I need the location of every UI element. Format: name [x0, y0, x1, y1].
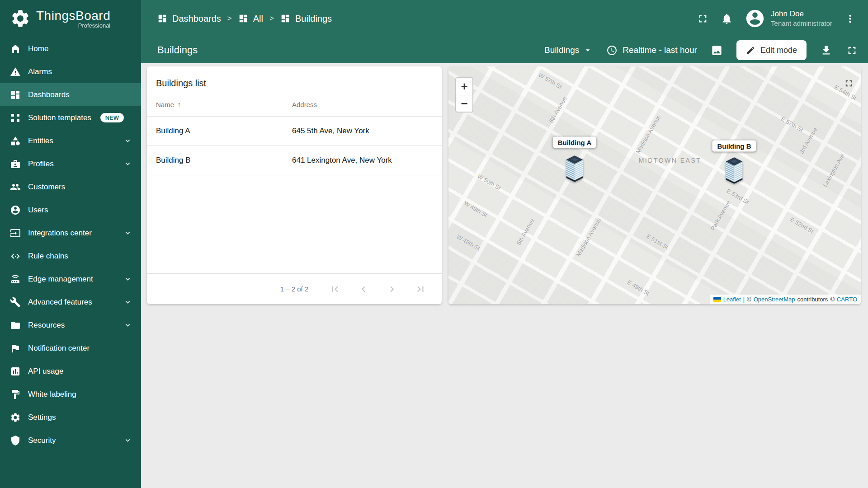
- settings-icon: [10, 412, 21, 423]
- sidebar-item-rule-chains[interactable]: Rule chains: [0, 244, 141, 267]
- white-labeling-icon: [10, 389, 21, 400]
- app-edition: Professional: [78, 22, 111, 29]
- map-attribution: Leaflet | © OpenStreetMap contributors ©…: [710, 295, 861, 304]
- building-marker-icon[interactable]: [724, 157, 744, 184]
- app-logo[interactable]: ThingsBoard Professional: [0, 0, 141, 37]
- sidebar-item-solution-templates[interactable]: Solution templatesNEW: [0, 106, 141, 129]
- security-icon: [10, 435, 21, 446]
- last-page-button[interactable]: [415, 283, 426, 295]
- next-page-button[interactable]: [386, 283, 398, 295]
- solution-templates-icon: [10, 113, 21, 123]
- image-gallery-button[interactable]: [711, 44, 723, 56]
- district-label: MIDTOWN EAST: [639, 157, 702, 164]
- customers-icon: [10, 182, 21, 192]
- user-menu[interactable]: John Doe Tenant administrator: [745, 8, 832, 29]
- more-menu-button[interactable]: [844, 13, 856, 25]
- street-label: 6th Avenue: [547, 95, 568, 124]
- sidebar-item-advanced-features[interactable]: Advanced features: [0, 291, 141, 314]
- sidebar-item-label: White labeling: [28, 390, 76, 399]
- dashboards-icon: [280, 14, 290, 23]
- chevron-down-icon: [123, 160, 132, 168]
- street-label: Madison Avenue: [575, 217, 603, 258]
- sidebar-item-security[interactable]: Security: [0, 429, 141, 452]
- dashboard-fullscreen-button[interactable]: [846, 44, 858, 56]
- pagination-nav: [329, 283, 426, 295]
- sidebar-item-customers[interactable]: Customers: [0, 175, 141, 198]
- street-label: W 48th St: [456, 233, 481, 252]
- breadcrumb-label: Dashboards: [172, 14, 221, 24]
- sidebar-item-alarms[interactable]: Alarms: [0, 60, 141, 83]
- breadcrumb-separator: >: [269, 14, 274, 23]
- integrations-icon: [10, 228, 21, 239]
- sidebar-item-settings[interactable]: Settings: [0, 406, 141, 429]
- leaflet-link[interactable]: Leaflet: [723, 296, 741, 303]
- edit-mode-label: Edit mode: [760, 46, 797, 55]
- marker-label-building-b[interactable]: Building B: [712, 141, 756, 152]
- sidebar-item-dashboards[interactable]: Dashboards: [0, 83, 141, 106]
- app-name: ThingsBoard: [36, 9, 110, 23]
- sidebar-item-entities[interactable]: Entities: [0, 129, 141, 152]
- sidebar-item-profiles[interactable]: Profiles: [0, 152, 141, 175]
- sidebar-item-label: Edge management: [28, 275, 93, 284]
- chevron-down-icon: [123, 136, 132, 145]
- map-canvas[interactable]: W 57th St6th AvenueE 54th StE 57th St3rd…: [448, 66, 861, 304]
- sidebar-item-white-labeling[interactable]: White labeling: [0, 383, 141, 406]
- edit-mode-button[interactable]: Edit mode: [736, 40, 807, 60]
- street-label: 5th Avenue: [515, 217, 535, 246]
- cell-name: Building B: [156, 156, 292, 165]
- fullscreen-button[interactable]: [697, 13, 709, 25]
- chevron-down-icon: [123, 298, 132, 306]
- openstreetmap-link[interactable]: OpenStreetMap: [754, 296, 795, 303]
- sidebar-item-users[interactable]: Users: [0, 198, 141, 221]
- column-header-address[interactable]: Address: [292, 101, 433, 108]
- street-label: E 49th St: [626, 279, 651, 297]
- sidebar-item-home[interactable]: Home: [0, 37, 141, 60]
- sidebar-item-label: Alarms: [28, 67, 52, 76]
- advanced-features-icon: [10, 297, 21, 308]
- entities-icon: [10, 136, 21, 146]
- breadcrumb-item-buildings[interactable]: Buildings: [280, 14, 332, 24]
- zoom-out-button[interactable]: −: [456, 95, 472, 112]
- previous-page-button[interactable]: [358, 283, 369, 295]
- sidebar-item-label: Users: [28, 206, 48, 215]
- first-page-button[interactable]: [329, 283, 341, 295]
- thingsboard-gear-logo-icon: [10, 8, 31, 29]
- app-root: ThingsBoard Professional HomeAlarmsDashb…: [0, 0, 868, 488]
- api-usage-icon: [10, 366, 21, 377]
- column-header-name[interactable]: Name ↑: [156, 101, 292, 109]
- main-column: Dashboards>All>Buildings John Doe Tenant…: [141, 0, 868, 488]
- zoom-in-button[interactable]: +: [456, 78, 472, 95]
- export-download-button[interactable]: [820, 44, 832, 56]
- sidebar-item-edge-management[interactable]: Edge management: [0, 267, 141, 291]
- street-label: W 49th St: [463, 200, 489, 219]
- sidebar-item-label: Profiles: [28, 160, 54, 169]
- timewindow-button[interactable]: Realtime - last hour: [606, 45, 697, 56]
- notification-icon: [10, 343, 21, 354]
- toolbar-actions: Buildings Realtime - last hour Edit mode: [544, 40, 858, 60]
- sidebar-item-notification-center[interactable]: Notification center: [0, 337, 141, 360]
- marker-label-building-a[interactable]: Building A: [553, 137, 596, 148]
- table-row-building-b[interactable]: Building B641 Lexington Ave, New York: [147, 146, 442, 175]
- sidebar-item-label: Customers: [28, 183, 65, 192]
- rule-chains-icon: [10, 251, 21, 262]
- sidebar-item-integrations-center[interactable]: Integrations center: [0, 221, 141, 244]
- table-row-building-a[interactable]: Building A645 5th Ave, New York: [147, 117, 442, 146]
- chevron-down-icon: [123, 275, 132, 283]
- street-label: E 51st St: [645, 233, 669, 250]
- breadcrumb-separator: >: [227, 14, 232, 23]
- map-fullscreen-button[interactable]: [844, 78, 854, 89]
- notifications-bell-button[interactable]: [721, 13, 733, 25]
- cell-address: 641 Lexington Ave, New York: [292, 156, 433, 165]
- carto-link[interactable]: CARTO: [837, 296, 857, 303]
- breadcrumb-item-dashboards[interactable]: Dashboards: [157, 14, 221, 24]
- sidebar-item-label: Home: [28, 44, 48, 53]
- sidebar-item-resources[interactable]: Resources: [0, 314, 141, 337]
- building-marker-icon[interactable]: [565, 155, 585, 183]
- sidebar-item-label: Settings: [28, 413, 56, 422]
- sidebar-item-api-usage[interactable]: API usage: [0, 360, 141, 383]
- sidebar: ThingsBoard Professional HomeAlarmsDashb…: [0, 0, 141, 488]
- dashboard-state-selector[interactable]: Buildings: [544, 45, 593, 55]
- attribution-separator: |: [743, 296, 745, 303]
- street-label: E 57th St: [780, 115, 804, 133]
- breadcrumb-item-all[interactable]: All: [238, 14, 263, 24]
